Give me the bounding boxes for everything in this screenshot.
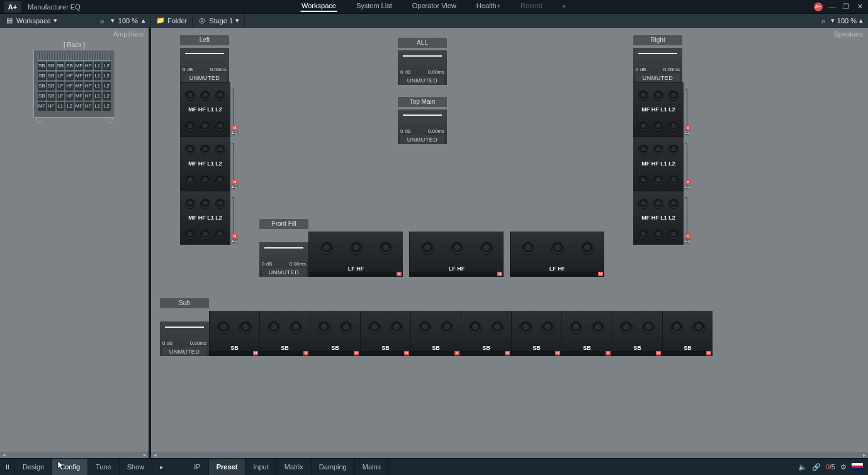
restore-button[interactable]: ❐ — [842, 3, 850, 11]
slider[interactable] — [185, 52, 224, 67]
toolbar-folder[interactable]: 📁 Folder — [151, 14, 193, 27]
slider[interactable] — [165, 325, 204, 340]
language-flag[interactable] — [852, 463, 863, 471]
speaker-unit[interactable]: SBM — [612, 311, 662, 356]
speaker-unit[interactable]: SBM — [461, 311, 511, 356]
pointer-icon[interactable]: ▸ — [152, 459, 171, 475]
group-all[interactable]: ALL 0 dB 0.00ms UNMUTED — [398, 38, 447, 85]
mute-status[interactable]: UNMUTED — [162, 347, 206, 356]
group-frontfill[interactable]: Front Fill 0 dB 0.00ms UNMUTEDLF HFMLF H… — [259, 219, 604, 277]
rack[interactable]: [ Rack ] SBSBSBSBMFHFL1L2SBSBLFHFMFHFL1L… — [33, 42, 115, 123]
line-array[interactable]: MF HF L1 L2M EQMF HF L1 L2M EQMF HF L1 L… — [633, 82, 684, 245]
rack-row[interactable]: SBSBLFHFMFHFL1L2 — [38, 91, 111, 101]
search-icon[interactable]: ⌕ — [820, 16, 828, 25]
group-sub[interactable]: Sub 0 dB 0.00ms UNMUTEDSBMSBMSBMSBMSBMSB… — [160, 298, 713, 356]
view-matrix[interactable]: Matrix — [277, 459, 312, 475]
pause-button[interactable]: ⏸ — [0, 459, 15, 475]
speaker-unit[interactable]: SBM — [310, 311, 360, 356]
view-preset[interactable]: Preset — [209, 459, 246, 475]
group-controls-right[interactable]: 0 dB 0.00ms UNMUTED — [633, 48, 682, 82]
close-button[interactable]: ✕ — [855, 3, 864, 11]
slider[interactable] — [638, 52, 677, 67]
group-topmain[interactable]: Top Main 0 dB 0.00ms UNMUTED — [398, 97, 447, 144]
view-ip[interactable]: IP — [186, 459, 208, 475]
group-controls-frontfill[interactable]: 0 dB 0.00ms UNMUTED — [259, 242, 308, 277]
rack-row[interactable]: SBSBSBSBMFHFL1L2 — [38, 60, 111, 70]
mute-status[interactable]: UNMUTED — [400, 76, 444, 85]
mode-config[interactable]: Config — [52, 459, 88, 475]
group-controls-all[interactable]: 0 dB 0.00ms UNMUTED — [398, 50, 447, 85]
speaker-unit[interactable]: SBM — [209, 311, 259, 356]
speaker-module[interactable]: MF HF L1 L2M EQ — [633, 191, 684, 245]
mute-status[interactable]: UNMUTED — [636, 74, 680, 82]
speaker-module[interactable]: MF HF L1 L2M EQ — [180, 137, 230, 191]
zoom-chevron-icon[interactable]: ▾ — [111, 16, 115, 25]
canvas[interactable]: Left 0 dB 0.00ms UNMUTEDMF HF L1 L2M EQM… — [151, 28, 868, 458]
view-input[interactable]: Input — [245, 459, 276, 475]
group-header[interactable]: ALL — [398, 38, 447, 48]
line-array[interactable]: MF HF L1 L2M EQMF HF L1 L2M EQMF HF L1 L… — [180, 82, 230, 245]
status-badge[interactable]: A+ — [814, 3, 823, 11]
speaker-module[interactable]: MF HF L1 L2M EQ — [180, 82, 230, 137]
group-right[interactable]: Right 0 dB 0.00ms UNMUTEDMF HF L1 L2M EQ… — [633, 35, 684, 245]
rack-row[interactable]: SBSBLFHFMFHFL1L2 — [38, 70, 111, 81]
speaker-unit[interactable]: LF HFM — [308, 232, 403, 277]
group-controls-sub[interactable]: 0 dB 0.00ms UNMUTED — [160, 321, 209, 356]
group-controls-left[interactable]: 0 dB 0.00ms UNMUTED — [180, 48, 229, 82]
group-header[interactable]: Sub — [160, 298, 209, 308]
link-icon[interactable]: 🔗 — [812, 463, 821, 471]
rack-row[interactable]: SBSBLFHFMFHFL1L2 — [38, 81, 111, 91]
slider[interactable] — [403, 54, 442, 69]
search-icon[interactable]: ⌕ — [98, 16, 107, 25]
main-hscroll[interactable]: ◂ ▸ — [151, 452, 868, 458]
speaker-icon[interactable]: 🔈 — [798, 463, 807, 471]
rack-row[interactable]: MFHFL1L2MFHFL1L2 — [38, 101, 111, 111]
scroll-right-icon[interactable]: ▸ — [860, 452, 868, 458]
speaker-module[interactable]: MF HF L1 L2M EQ — [180, 191, 230, 245]
tab-recent-play-icon[interactable]: ▸ — [561, 2, 568, 12]
group-header[interactable]: Front Fill — [259, 219, 308, 229]
mute-status[interactable]: UNMUTED — [400, 135, 444, 144]
scroll-left-icon[interactable]: ◂ — [151, 452, 159, 458]
workspace-dropdown[interactable]: ▤ Workspace ▾ — [5, 16, 57, 25]
tab-recent[interactable]: Recent — [519, 2, 544, 12]
zoom-up-icon[interactable]: ▴ — [142, 16, 145, 25]
minimize-button[interactable]: — — [828, 3, 837, 11]
slider[interactable] — [264, 246, 303, 261]
mute-status[interactable]: UNMUTED — [262, 268, 306, 277]
group-left[interactable]: Left 0 dB 0.00ms UNMUTEDMF HF L1 L2M EQM… — [180, 35, 230, 245]
rack-box[interactable]: SBSBSBSBMFHFL1L2SBSBLFHFMFHFL1L2SBSBLFHF… — [33, 50, 115, 118]
speaker-unit[interactable]: SBM — [662, 311, 713, 356]
speaker-unit[interactable]: SBM — [511, 311, 561, 356]
tab-system-list[interactable]: System List — [355, 2, 393, 12]
speaker-module[interactable]: MF HF L1 L2M EQ — [633, 137, 684, 191]
scroll-left-icon[interactable]: ◂ — [0, 452, 8, 458]
speaker-unit[interactable]: SBM — [360, 311, 410, 356]
view-mains[interactable]: Mains — [355, 459, 389, 475]
tab-health[interactable]: Health+ — [475, 2, 502, 12]
zoom-chevron-icon[interactable]: ▾ — [831, 16, 835, 25]
speaker-module[interactable]: MF HF L1 L2M EQ — [633, 82, 684, 137]
zoom-up-icon[interactable]: ▴ — [859, 16, 863, 25]
mode-show[interactable]: Show — [120, 459, 153, 475]
mode-design[interactable]: Design — [15, 459, 52, 475]
speaker-unit[interactable]: LF HFM — [510, 232, 604, 277]
slider[interactable] — [403, 113, 442, 128]
rack-row[interactable] — [38, 53, 111, 60]
tab-operator-view[interactable]: Operator View — [411, 2, 458, 12]
sidepanel-hscroll[interactable]: ◂ ▸ — [0, 452, 149, 458]
speaker-unit[interactable]: SBM — [259, 311, 310, 356]
scroll-right-icon[interactable]: ▸ — [141, 452, 149, 458]
group-header[interactable]: Left — [180, 35, 229, 45]
speaker-unit[interactable]: LF HFM — [409, 232, 504, 277]
group-controls-topmain[interactable]: 0 dB 0.00ms UNMUTED — [398, 109, 447, 144]
group-header[interactable]: Top Main — [398, 97, 447, 107]
view-damping[interactable]: Damping — [312, 459, 355, 475]
mode-tune[interactable]: Tune — [88, 459, 120, 475]
toolbar-stage[interactable]: ◎ Stage 1 ▾ — [193, 14, 245, 27]
speaker-unit[interactable]: SBM — [410, 311, 461, 356]
speaker-unit[interactable]: SBM — [561, 311, 612, 356]
mute-status[interactable]: UNMUTED — [183, 74, 227, 82]
settings-icon[interactable]: ⚙ — [840, 463, 847, 471]
tab-workspace[interactable]: Workspace — [300, 2, 337, 12]
